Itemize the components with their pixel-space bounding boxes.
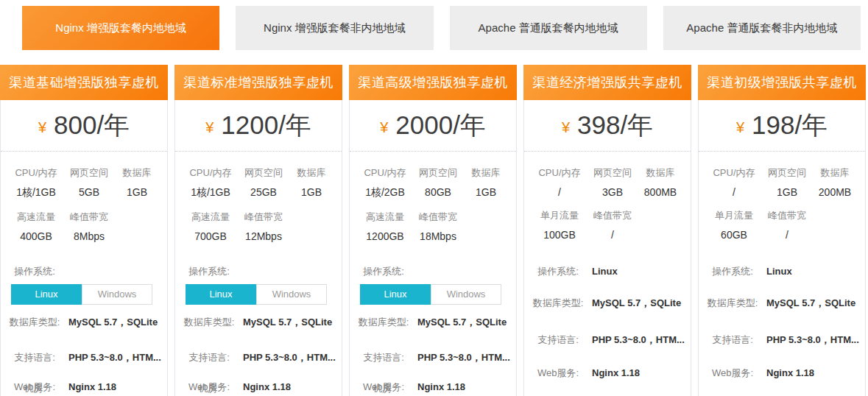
- os-value: Linux: [761, 265, 859, 279]
- plan-card-body: ¥ 198/年 CPU/内存/ 网页空间1GB 数据库200MB 单月流量60G…: [698, 100, 866, 396]
- os-label: 操作系统:: [705, 265, 761, 279]
- plan-price: ¥ 398/年: [524, 100, 691, 152]
- detail-value: PHP 5.3~8.0，HTM...: [63, 351, 161, 365]
- os-option-linux[interactable]: Linux: [360, 284, 431, 305]
- yen-symbol: ¥: [38, 119, 46, 136]
- spec-label: 峰值带宽: [419, 211, 457, 224]
- detail-label: 支持语言:: [7, 351, 63, 365]
- spec-label: 高速流量: [366, 211, 404, 224]
- os-label: 操作系统:: [181, 265, 237, 279]
- detail-value: PHP 5.3~8.0，HTM...: [237, 351, 336, 365]
- detail-value: PHP 5.3~8.0，HTM...: [586, 333, 685, 347]
- tab-nginx-enhanced-overseas[interactable]: Nginx 增强版套餐非内地地域: [236, 6, 433, 50]
- plan-card: 渠道高级增强版独享虚机 ¥ 2000/年 CPU/内存1核/2GB 网页空间80…: [349, 65, 517, 396]
- spec-value: 8Mbps: [70, 230, 108, 242]
- detail-label: 数据库类型:: [181, 316, 237, 330]
- detail-label: 支持语言:: [530, 333, 586, 347]
- detail-label: 支持语言:: [181, 351, 237, 365]
- plan-title: 渠道基础增强版独享虚机: [0, 65, 168, 100]
- plan-card-body: ¥ 800/年 CPU/内存1核/1GB 网页空间5GB 数据库1GB 高速流量…: [0, 100, 168, 396]
- spec-label: 数据库: [297, 166, 326, 180]
- spec-grid: CPU/内存1核/1GB 网页空间5GB 数据库1GB 高速流量400GB 峰值…: [1, 152, 167, 255]
- plan-title: 渠道经济增强版共享虚机: [523, 65, 691, 100]
- package-tabs: Nginx 增强版套餐内地地域 Nginx 增强版套餐非内地地域 Apache …: [0, 0, 868, 50]
- plan-card-body: ¥ 2000/年 CPU/内存1核/2GB 网页空间80GB 数据库1GB 高速…: [349, 100, 517, 396]
- spec-value: 80GB: [419, 186, 457, 198]
- detail-value: Nginx 1.18: [237, 381, 336, 395]
- plan-title: 渠道初级增强版共享虚机: [698, 65, 866, 100]
- spec-value: 25GB: [244, 186, 283, 198]
- spec-label: 单月流量: [540, 209, 579, 222]
- spec-label: CPU/内存: [538, 166, 580, 180]
- plan-price: ¥ 198/年: [699, 100, 865, 152]
- detail-label: 支持语言:: [705, 333, 761, 347]
- os-option-windows[interactable]: Windows: [431, 284, 501, 305]
- spec-label: 网页空间: [70, 166, 108, 180]
- tab-apache-standard-overseas[interactable]: Apache 普通版套餐非内地地域: [663, 6, 861, 50]
- spec-value: 18Mbps: [419, 230, 457, 242]
- os-toggle: Linux Windows: [186, 284, 342, 305]
- price-value: 2000/年: [395, 108, 486, 143]
- detail-label: 机房:: [356, 382, 412, 396]
- detail-label: 数据库类型:: [356, 316, 412, 330]
- os-toggle: Linux Windows: [360, 284, 516, 305]
- detail-value: Nginx 1.18: [63, 381, 161, 395]
- spec-grid: CPU/内存/ 网页空间3GB 数据库800MB 单月流量100GB 峰值带宽/: [524, 152, 691, 253]
- plan-price: ¥ 800/年: [1, 100, 167, 152]
- spec-label: 网页空间: [419, 166, 457, 180]
- spec-label: 数据库: [819, 166, 851, 180]
- spec-value: 400GB: [17, 230, 55, 242]
- yen-symbol: ¥: [380, 119, 388, 136]
- spec-label: CPU/内存: [364, 166, 406, 180]
- os-option-windows[interactable]: Windows: [82, 284, 152, 305]
- spec-label: 数据库: [644, 166, 677, 180]
- spec-label: CPU/内存: [189, 166, 231, 180]
- price-value: 1200/年: [221, 108, 311, 143]
- tab-apache-standard-mainland[interactable]: Apache 普通版套餐内地地域: [450, 6, 647, 50]
- price-value: 398/年: [577, 108, 653, 143]
- spec-value: 1GB: [123, 186, 152, 198]
- spec-value: 1GB: [297, 186, 326, 198]
- plan-price: ¥ 2000/年: [350, 100, 516, 152]
- plan-card: 渠道标准增强版独享虚机 ¥ 1200/年 CPU/内存1核/1GB 网页空间25…: [174, 65, 342, 396]
- detail-value: MySQL 5.7，SQLite: [63, 316, 161, 330]
- spec-value: 5GB: [70, 186, 108, 198]
- price-value: 198/年: [752, 108, 828, 143]
- spec-label: 网页空间: [244, 166, 283, 180]
- spec-label: CPU/内存: [15, 166, 57, 180]
- os-value: Linux: [586, 265, 685, 279]
- detail-label: Web服务:: [530, 367, 586, 381]
- spec-label: 峰值带宽: [70, 211, 108, 224]
- plans-row: 渠道基础增强版独享虚机 ¥ 800/年 CPU/内存1核/1GB 网页空间5GB…: [0, 65, 868, 396]
- yen-symbol: ¥: [736, 119, 744, 136]
- spec-value: 1200GB: [366, 230, 404, 242]
- spec-value: 1GB: [768, 186, 806, 198]
- detail-value: PHP 5.3~8.0，HTM...: [761, 333, 859, 347]
- spec-value: 100GB: [540, 229, 579, 241]
- tab-nginx-enhanced-mainland[interactable]: Nginx 增强版套餐内地地域: [22, 6, 219, 50]
- os-option-linux[interactable]: Linux: [11, 284, 82, 305]
- detail-label: 数据库类型:: [7, 316, 63, 330]
- os-option-windows[interactable]: Windows: [256, 284, 327, 305]
- spec-value: 700GB: [191, 230, 230, 242]
- os-label: 操作系统:: [356, 265, 412, 279]
- spec-value: /: [593, 229, 632, 241]
- spec-value: 1核/1GB: [15, 186, 57, 199]
- detail-value: Nginx 1.18: [761, 367, 859, 381]
- os-option-linux[interactable]: Linux: [186, 284, 256, 305]
- detail-value: PHP 5.3~8.0，HTM...: [412, 351, 510, 365]
- spec-grid: CPU/内存/ 网页空间1GB 数据库200MB 单月流量60GB 峰值带宽/: [699, 152, 865, 253]
- yen-symbol: ¥: [562, 119, 570, 136]
- plan-card-body: ¥ 1200/年 CPU/内存1核/1GB 网页空间25GB 数据库1GB 高速…: [174, 100, 342, 396]
- spec-label: 峰值带宽: [244, 211, 283, 224]
- os-toggle: Linux Windows: [11, 284, 167, 305]
- spec-value: 200MB: [819, 186, 851, 198]
- detail-label: 机房:: [7, 382, 63, 396]
- spec-value: /: [713, 186, 755, 198]
- detail-label: 支持语言:: [356, 351, 412, 365]
- plan-card-body: ¥ 398/年 CPU/内存/ 网页空间3GB 数据库800MB 单月流量100…: [523, 100, 691, 396]
- os-label: 操作系统:: [7, 265, 63, 279]
- spec-value: 12Mbps: [244, 230, 283, 242]
- detail-value: MySQL 5.7，SQLite: [237, 316, 336, 330]
- plan-card: 渠道基础增强版独享虚机 ¥ 800/年 CPU/内存1核/1GB 网页空间5GB…: [0, 65, 168, 396]
